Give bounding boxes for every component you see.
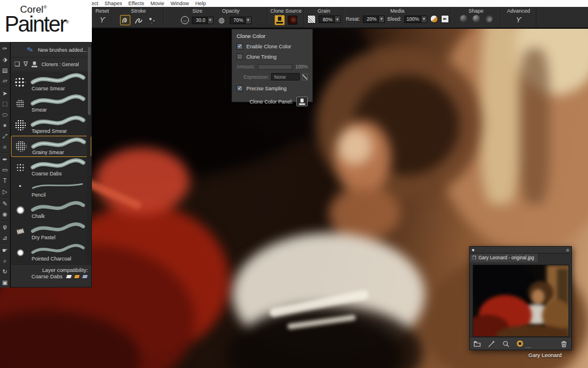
opacity-icon[interactable]: ◍ (216, 15, 227, 25)
mirror-painting-tool-icon[interactable]: ✎ (1, 198, 10, 209)
more-options-dots[interactable]: ... (525, 343, 532, 349)
brush-item[interactable]: Pencil (11, 178, 91, 200)
dropper-tool-icon[interactable]: ✑ (1, 43, 10, 54)
cloner-stamp-icon[interactable] (32, 61, 37, 67)
pen-tool-icon[interactable]: ✒ (1, 154, 10, 164)
brush-list-scroll-thumb[interactable] (88, 47, 91, 115)
brush-name: Grainy Smear (32, 150, 64, 155)
brush-library-icon[interactable]: ❏ (14, 60, 20, 68)
magnifier-tool-icon[interactable]: ⌕ (1, 255, 10, 266)
clone-tinting-checkbox[interactable] (237, 53, 243, 60)
brush-name: Chalk (32, 213, 45, 219)
menu-item-movie[interactable]: Movie (150, 1, 164, 6)
eraser-tool-icon[interactable]: ▱ (1, 75, 10, 86)
gradient-tool-icon[interactable]: ▤ (1, 64, 10, 75)
shape-select-tool-icon[interactable]: ▷ (1, 186, 10, 197)
delete-source-trash-icon[interactable] (560, 340, 567, 347)
shape-angle-icon[interactable] (485, 15, 493, 22)
clone-source-toolbar: ... (470, 337, 571, 350)
brush-item[interactable]: Tapered Smear (11, 114, 91, 136)
clone-source-thumbnail[interactable] (288, 16, 297, 25)
menu-item-shapes[interactable]: Shapes (105, 1, 122, 6)
grain-dropdown-arrow[interactable]: ▼ (334, 16, 340, 22)
opacity-value: 70% (230, 17, 245, 23)
shape-dab-icon[interactable] (460, 15, 467, 22)
navigator-tool-icon[interactable]: ▣ (1, 277, 10, 288)
paint-bucket-tool-icon[interactable]: ⬗ (1, 54, 10, 65)
perspective-grid-tool-icon[interactable]: ⊿ (1, 232, 10, 243)
brush-item[interactable]: Pointed Charcoal (11, 242, 91, 263)
new-brushes-text: New brushes added... (38, 47, 87, 53)
panel-menu-icon[interactable]: ≡ (566, 248, 569, 252)
size-field[interactable]: 30.0▼ (192, 17, 214, 24)
liquid-ink-icon[interactable]: ✒ (441, 15, 449, 23)
expression-label: Expression: (243, 74, 269, 80)
resat-dropdown-arrow[interactable]: ▼ (378, 16, 384, 22)
brush-item-selected[interactable]: Grainy Smear (11, 136, 91, 157)
precise-sampling-checkbox[interactable]: ✓ (237, 85, 243, 91)
brush-item[interactable]: Coarse Smear (11, 72, 91, 93)
enable-clone-color-label: Enable Clone Color (246, 44, 291, 49)
zoom-source-icon[interactable] (502, 340, 509, 347)
opacity-dropdown-arrow[interactable]: ▼ (245, 17, 251, 24)
stroke-curve-button[interactable] (133, 15, 144, 25)
text-tool-icon[interactable]: T (1, 175, 10, 186)
stroke-dab-button[interactable] (146, 15, 157, 25)
open-source-folder-icon[interactable] (474, 340, 481, 347)
grain-field[interactable]: 80%▼ (319, 16, 341, 23)
clone-source-tab[interactable]: ❐ Gary Leonard - original.jpg (470, 254, 539, 262)
menu-item-window[interactable]: Window (171, 1, 189, 6)
chalk-dab-icon (16, 206, 25, 214)
lasso-tool-icon[interactable]: ⬭ (1, 109, 10, 120)
grain-texture-icon[interactable] (307, 15, 316, 24)
opacity-field[interactable]: 70%▼ (230, 17, 252, 24)
menu-item-help[interactable]: Help (195, 1, 206, 6)
magic-wand-tool-icon[interactable]: ✶ (1, 120, 10, 131)
grabber-tool-icon[interactable]: ☛ (1, 244, 10, 255)
clone-stamp-button[interactable] (274, 15, 285, 25)
brush-item[interactable]: Smear (11, 93, 91, 114)
rotate-page-tool-icon[interactable]: ↻ (1, 266, 10, 277)
coarse-dabs-dab-icon (16, 163, 25, 172)
brush-name: Coarse Dabs (32, 171, 62, 177)
enable-clone-color-checkbox[interactable]: ✓ (237, 43, 243, 49)
divine-proportion-tool-icon[interactable]: φ (1, 221, 10, 232)
crop-tool-icon[interactable]: ⌗ (1, 141, 10, 152)
size-icon[interactable]: ↔ (181, 16, 189, 24)
panel-close-icon[interactable] (472, 249, 474, 251)
reset-label: Reset (95, 8, 109, 14)
brush-item[interactable]: Coarse Dabs (11, 157, 91, 178)
dry-pastel-dab-icon (16, 228, 25, 235)
dryness-icon[interactable] (430, 15, 438, 23)
brush-item[interactable]: Dry Pastel (11, 221, 91, 242)
expression-dropdown[interactable]: None (271, 73, 300, 80)
bleed-field[interactable]: 100%▼ (404, 16, 427, 23)
bleed-dropdown-arrow[interactable]: ▼ (421, 16, 427, 22)
menu-item-effects[interactable]: Effects (129, 1, 144, 6)
amount-slider[interactable] (258, 64, 293, 70)
size-label: Size (192, 8, 203, 14)
expression-curve-icon[interactable] (302, 74, 308, 80)
rect-select-tool-icon[interactable]: ⬚ (1, 98, 10, 109)
reset-brush-button[interactable]: ϒ (97, 15, 107, 25)
clone-color-panel-button[interactable] (296, 97, 308, 106)
filter-icon[interactable]: ∇ (24, 60, 28, 68)
size-dropdown-arrow[interactable]: ▼ (207, 17, 213, 24)
brush-item[interactable]: Chalk (11, 200, 91, 221)
layer-adjuster-tool-icon[interactable]: ➤ (1, 88, 10, 99)
sample-dropper-icon[interactable] (488, 340, 495, 347)
resat-field[interactable]: 20%▼ (363, 16, 385, 23)
stroke-freehand-button[interactable] (120, 15, 130, 25)
resat-value: 20% (363, 16, 378, 22)
clone-source-image[interactable] (473, 264, 569, 337)
tracing-paper-toggle-icon[interactable] (517, 340, 523, 347)
transform-tool-icon[interactable]: ⤢ (1, 131, 10, 141)
shape-bristle-icon[interactable] (473, 15, 480, 22)
brush-category-label[interactable]: Cloners : General (41, 62, 79, 67)
kaleidoscope-tool-icon[interactable]: ❋ (1, 209, 10, 220)
new-brushes-banner[interactable]: ✎ New brushes added... (11, 43, 91, 57)
advanced-brush-button[interactable]: ϒ (513, 15, 524, 25)
rect-shape-tool-icon[interactable]: ▭ (1, 164, 10, 175)
clone-source-titlebar[interactable]: ≡ (470, 247, 571, 254)
section-media: Media Resat: 20%▼ Bleed: 100%▼ ✒ (343, 7, 451, 28)
